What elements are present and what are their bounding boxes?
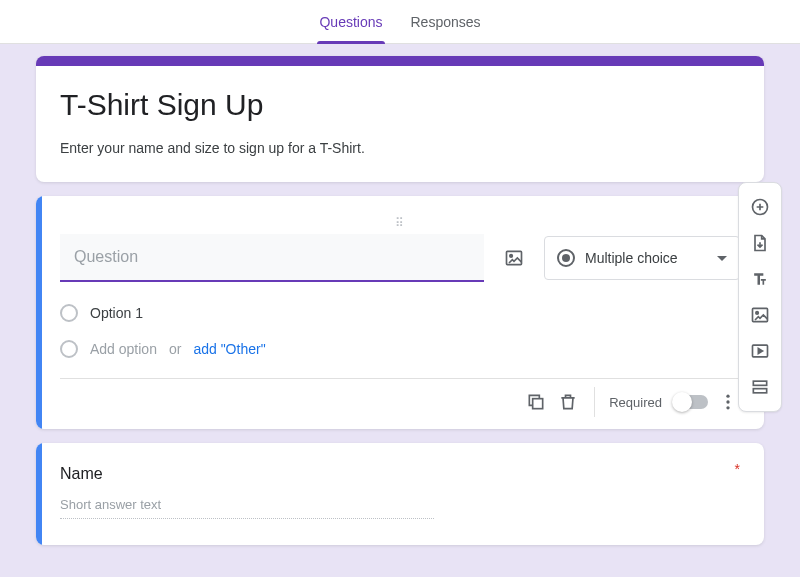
required-toggle[interactable] [674, 395, 708, 409]
add-option-button[interactable]: Add option [90, 341, 157, 357]
add-title-icon[interactable] [742, 261, 778, 297]
svg-point-5 [726, 406, 729, 409]
option-label[interactable]: Option 1 [90, 305, 143, 321]
delete-icon[interactable] [556, 390, 580, 414]
question-card[interactable]: ⠿ Multiple choice Option 1 [36, 196, 764, 429]
svg-rect-11 [753, 389, 766, 393]
required-star: * [735, 461, 740, 477]
short-answer-hint: Short answer text [60, 497, 434, 519]
svg-point-8 [756, 312, 759, 315]
radio-icon [557, 249, 575, 267]
option-row[interactable]: Option 1 [60, 304, 740, 322]
side-toolbar [738, 182, 782, 412]
more-icon[interactable] [716, 390, 740, 414]
question-type-select[interactable]: Multiple choice [544, 236, 740, 280]
question-type-label: Multiple choice [585, 250, 707, 266]
svg-rect-2 [533, 399, 543, 409]
form-description[interactable]: Enter your name and size to sign up for … [60, 140, 740, 156]
add-section-icon[interactable] [742, 369, 778, 405]
tab-responses[interactable]: Responses [411, 0, 481, 44]
drag-handle-icon[interactable]: ⠿ [60, 216, 740, 228]
form-title[interactable]: T-Shirt Sign Up [60, 88, 740, 122]
add-video-icon[interactable] [742, 333, 778, 369]
image-icon[interactable] [502, 246, 526, 270]
svg-point-1 [510, 255, 512, 257]
svg-point-4 [726, 400, 729, 403]
name-question-card[interactable]: * Name Short answer text [36, 443, 764, 545]
svg-point-3 [726, 395, 729, 398]
add-other-button[interactable]: add "Other" [193, 341, 265, 357]
radio-empty-icon [60, 304, 78, 322]
svg-rect-10 [753, 381, 766, 385]
add-option-row: Add option or add "Other" [60, 340, 740, 358]
add-question-icon[interactable] [742, 189, 778, 225]
chevron-down-icon [717, 256, 727, 261]
add-image-icon[interactable] [742, 297, 778, 333]
or-text: or [169, 341, 181, 357]
top-tabs: Questions Responses [0, 0, 800, 44]
divider [594, 387, 595, 417]
import-questions-icon[interactable] [742, 225, 778, 261]
question-title-input[interactable] [60, 234, 484, 282]
tab-questions[interactable]: Questions [319, 0, 382, 44]
radio-empty-icon [60, 340, 78, 358]
question-title[interactable]: Name [60, 465, 740, 483]
required-label: Required [609, 395, 662, 410]
duplicate-icon[interactable] [524, 390, 548, 414]
form-header-card[interactable]: T-Shirt Sign Up Enter your name and size… [36, 56, 764, 182]
